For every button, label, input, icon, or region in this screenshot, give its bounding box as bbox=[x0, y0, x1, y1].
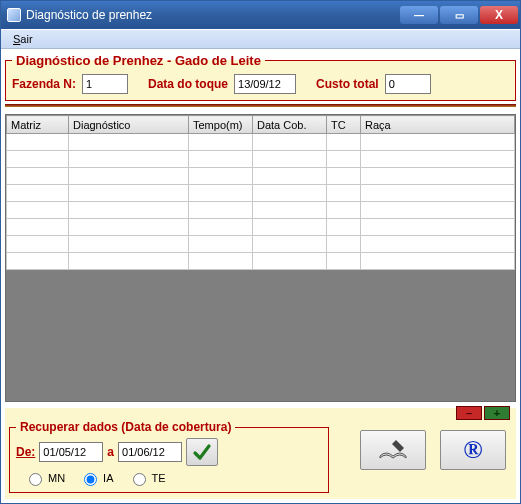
table-cell[interactable] bbox=[361, 202, 515, 219]
recover-legend: Recuperar dados (Data de cobertura) bbox=[16, 420, 235, 434]
table-cell[interactable] bbox=[189, 134, 253, 151]
table-cell[interactable] bbox=[69, 236, 189, 253]
table-row[interactable] bbox=[7, 134, 515, 151]
fazenda-label: Fazenda N: bbox=[12, 77, 76, 91]
table-cell[interactable] bbox=[361, 185, 515, 202]
check-icon bbox=[192, 442, 212, 462]
table-cell[interactable] bbox=[69, 253, 189, 270]
table-cell[interactable] bbox=[189, 253, 253, 270]
table-cell[interactable] bbox=[7, 134, 69, 151]
de-input[interactable] bbox=[39, 442, 103, 462]
add-button[interactable]: + bbox=[484, 406, 510, 420]
table-cell[interactable] bbox=[69, 151, 189, 168]
table-cell[interactable] bbox=[253, 185, 327, 202]
table-cell[interactable] bbox=[327, 168, 361, 185]
table-cell[interactable] bbox=[253, 151, 327, 168]
table-row[interactable] bbox=[7, 202, 515, 219]
remove-button[interactable]: – bbox=[456, 406, 482, 420]
r-icon: ® bbox=[463, 435, 482, 465]
table-cell[interactable] bbox=[189, 219, 253, 236]
table-cell[interactable] bbox=[189, 151, 253, 168]
table-row[interactable] bbox=[7, 236, 515, 253]
table-cell[interactable] bbox=[69, 134, 189, 151]
table-cell[interactable] bbox=[7, 202, 69, 219]
radio-te[interactable]: TE bbox=[128, 470, 166, 486]
col-tc[interactable]: TC bbox=[327, 116, 361, 134]
table-cell[interactable] bbox=[327, 134, 361, 151]
table-cell[interactable] bbox=[327, 151, 361, 168]
table-cell[interactable] bbox=[361, 236, 515, 253]
table-cell[interactable] bbox=[253, 236, 327, 253]
table-cell[interactable] bbox=[7, 253, 69, 270]
table-cell[interactable] bbox=[69, 202, 189, 219]
divider bbox=[5, 104, 516, 107]
table-cell[interactable] bbox=[7, 151, 69, 168]
table-row[interactable] bbox=[7, 219, 515, 236]
bottom-area: – + Recuperar dados (Data de cobertura) … bbox=[5, 408, 516, 499]
window-title: Diagnóstico de prenhez bbox=[26, 8, 398, 22]
grid-header-row: Matriz Diagnóstico Tempo(m) Data Cob. TC… bbox=[7, 116, 515, 134]
col-raca[interactable]: Raça bbox=[361, 116, 515, 134]
radio-mn[interactable]: MN bbox=[24, 470, 65, 486]
table-cell[interactable] bbox=[189, 185, 253, 202]
table-cell[interactable] bbox=[69, 185, 189, 202]
menu-sair[interactable]: Sair bbox=[7, 32, 39, 46]
diagnosis-panel: Diagnóstico de Prenhez - Gado de Leite F… bbox=[5, 53, 516, 101]
table-cell[interactable] bbox=[361, 151, 515, 168]
table-cell[interactable] bbox=[253, 134, 327, 151]
book-pen-icon bbox=[376, 436, 410, 464]
col-data-cob[interactable]: Data Cob. bbox=[253, 116, 327, 134]
panel-legend: Diagnóstico de Prenhez - Gado de Leite bbox=[12, 53, 265, 68]
confirm-button[interactable] bbox=[186, 438, 218, 466]
table-cell[interactable] bbox=[7, 185, 69, 202]
table-cell[interactable] bbox=[7, 219, 69, 236]
table-cell[interactable] bbox=[253, 253, 327, 270]
table-cell[interactable] bbox=[361, 168, 515, 185]
window: Diagnóstico de prenhez — ▭ X Sair Diagnó… bbox=[0, 0, 521, 504]
table-cell[interactable] bbox=[361, 219, 515, 236]
table-cell[interactable] bbox=[189, 168, 253, 185]
col-matriz[interactable]: Matriz bbox=[7, 116, 69, 134]
table-row[interactable] bbox=[7, 253, 515, 270]
a-input[interactable] bbox=[118, 442, 182, 462]
col-diagnostico[interactable]: Diagnóstico bbox=[69, 116, 189, 134]
table-cell[interactable] bbox=[327, 253, 361, 270]
table-row[interactable] bbox=[7, 168, 515, 185]
fazenda-input[interactable] bbox=[82, 74, 128, 94]
table-cell[interactable] bbox=[327, 219, 361, 236]
table-cell[interactable] bbox=[327, 236, 361, 253]
table-cell[interactable] bbox=[7, 236, 69, 253]
close-button[interactable]: X bbox=[480, 6, 518, 24]
table-row[interactable] bbox=[7, 185, 515, 202]
data-grid[interactable]: Matriz Diagnóstico Tempo(m) Data Cob. TC… bbox=[5, 114, 516, 402]
minimize-button[interactable]: — bbox=[400, 6, 438, 24]
app-icon bbox=[7, 8, 21, 22]
table-cell[interactable] bbox=[69, 219, 189, 236]
custo-total-input[interactable] bbox=[385, 74, 431, 94]
register-button[interactable]: ® bbox=[440, 430, 506, 470]
table-cell[interactable] bbox=[253, 202, 327, 219]
table-cell[interactable] bbox=[253, 168, 327, 185]
table-row[interactable] bbox=[7, 151, 515, 168]
table-cell[interactable] bbox=[7, 168, 69, 185]
radio-ia[interactable]: IA bbox=[79, 470, 113, 486]
recover-panel: Recuperar dados (Data de cobertura) De: … bbox=[9, 420, 329, 493]
titlebar: Diagnóstico de prenhez — ▭ X bbox=[1, 1, 520, 29]
table-cell[interactable] bbox=[69, 168, 189, 185]
table-cell[interactable] bbox=[253, 219, 327, 236]
maximize-button[interactable]: ▭ bbox=[440, 6, 478, 24]
de-label: De: bbox=[16, 445, 35, 459]
data-toque-label: Data do toque bbox=[148, 77, 228, 91]
data-toque-input[interactable] bbox=[234, 74, 296, 94]
report-button[interactable] bbox=[360, 430, 426, 470]
table-cell[interactable] bbox=[189, 202, 253, 219]
table-cell[interactable] bbox=[361, 134, 515, 151]
a-label: a bbox=[107, 445, 114, 459]
client-area: Diagnóstico de Prenhez - Gado de Leite F… bbox=[1, 49, 520, 503]
custo-total-label: Custo total bbox=[316, 77, 379, 91]
table-cell[interactable] bbox=[189, 236, 253, 253]
table-cell[interactable] bbox=[361, 253, 515, 270]
col-tempo[interactable]: Tempo(m) bbox=[189, 116, 253, 134]
table-cell[interactable] bbox=[327, 202, 361, 219]
table-cell[interactable] bbox=[327, 185, 361, 202]
